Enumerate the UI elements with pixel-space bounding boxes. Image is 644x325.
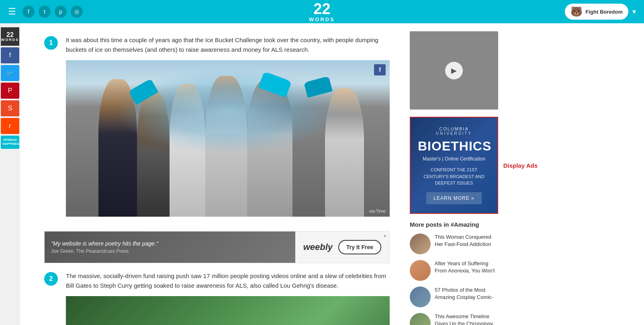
ice-bucket-image: f via Time [66, 60, 390, 217]
site-logo[interactable]: 22 WORDS [309, 1, 335, 22]
ad-banner-left: "My website is where poetry hits the pag… [45, 232, 295, 263]
bottom-image [66, 296, 390, 325]
nav-social-icons: f t p ◎ [22, 6, 83, 18]
ad-label: ▲ [383, 233, 387, 238]
post-thumb-1 [410, 234, 431, 254]
ad-inner: COLUMBIA UNIVERSITY BIOETHICS Master's |… [411, 118, 497, 213]
fb-share-icon: f [379, 67, 381, 73]
post-title-1: This Woman Conquered Her Fast-Food Addic… [435, 234, 498, 248]
ad-quote: "My website is where poetry hits the pag… [51, 240, 289, 247]
ad-author: Joe Green, The Peasandcues Press [51, 248, 289, 254]
hamburger-icon[interactable]: ☰ [8, 6, 16, 17]
sidebar-reddit-button[interactable]: r [1, 118, 19, 134]
post-item-3[interactable]: 57 Photos of the Most Amazing Cosplay Co… [410, 286, 498, 307]
columbia-text: COLUMBIA [418, 126, 490, 131]
sidebar-twitter-button[interactable]: 🐦 [1, 65, 19, 81]
ad-banner-right: weebly Try It Free [295, 232, 389, 263]
item-text-1: It was about this time a couple of years… [66, 35, 390, 55]
confront-text: CONFRONT THE 21ST CENTURY'S BROADEST AND… [418, 167, 490, 187]
more-posts-title: More posts in #Amazing [410, 221, 498, 228]
ad-banner: ▲ "My website is where poetry hits the p… [44, 231, 390, 263]
item-content-1: It was about this time a couple of years… [66, 35, 390, 223]
post-item-4[interactable]: This Awesome Timeline Gives Up the Chron… [410, 313, 498, 325]
left-sidebar: 22 WORDS f 🐦 P S r SPREAD HAPPINESS [0, 23, 20, 149]
nav-right: 🐻 Fight Boredom ▾ [565, 4, 636, 20]
play-button[interactable]: ▶ [445, 62, 463, 79]
right-sidebar-wrapper: ▶ COLUMBIA UNIVERSITY BIOETHICS Master's… [406, 23, 506, 325]
bear-icon: 🐻 [570, 6, 583, 17]
sidebar-spread-button[interactable]: SPREAD HAPPINESS [1, 136, 19, 149]
nav-left: ☰ f t p ◎ [8, 6, 83, 18]
facebook-nav-icon[interactable]: f [22, 6, 35, 18]
page-layout: 1 It was about this time a couple of yea… [20, 23, 644, 325]
logo-words: WORDS [309, 16, 335, 22]
chevron-down-icon[interactable]: ▾ [632, 7, 636, 16]
post-thumb-4 [410, 313, 431, 325]
article-item-1: 1 It was about this time a couple of yea… [44, 35, 390, 223]
ice-bucket-scene [66, 60, 390, 217]
university-text: UNIVERSITY [418, 131, 490, 136]
spread-label: SPREAD HAPPINESS [2, 138, 21, 146]
play-icon: ▶ [451, 66, 457, 75]
pinterest-nav-icon[interactable]: p [55, 6, 67, 18]
via-credit: via Time [369, 209, 386, 213]
top-navigation: ☰ f t p ◎ 22 WORDS 🐻 Fight Boredom ▾ [0, 0, 644, 23]
post-thumb-2 [410, 260, 431, 281]
article-item-2: 2 The massive, socially-driven fund rais… [44, 271, 390, 325]
masters-text: Master's | Online Certification [418, 156, 490, 162]
post-thumb-3 [410, 286, 431, 307]
item-content-2: The massive, socially-driven fund raisin… [66, 271, 390, 325]
video-block[interactable]: ▶ [410, 31, 498, 110]
sidebar-logo-words: WORDS [1, 38, 19, 42]
learn-more-button[interactable]: LEARN MORE » [426, 192, 481, 204]
sidebar-pinterest-button[interactable]: P [1, 83, 19, 99]
display-ads-label: Display Ads [503, 162, 538, 169]
sidebar-stumbleupon-button[interactable]: S [1, 100, 19, 116]
more-posts-section: More posts in #Amazing This Woman Conque… [410, 221, 498, 325]
twitter-nav-icon[interactable]: t [39, 6, 51, 18]
item-number-2: 2 [44, 272, 58, 286]
try-it-free-button[interactable]: Try It Free [338, 240, 381, 254]
instagram-nav-icon[interactable]: ◎ [71, 6, 83, 18]
bioethics-title: BIOETHICS [418, 139, 490, 154]
main-content: 1 It was about this time a couple of yea… [20, 23, 406, 325]
post-title-3: 57 Photos of the Most Amazing Cosplay Co… [435, 286, 498, 301]
item-number-1: 1 [44, 36, 58, 50]
weebly-logo: weebly [303, 242, 333, 252]
sidebar-facebook-button[interactable]: f [1, 47, 19, 63]
post-title-4: This Awesome Timeline Gives Up the Chron… [435, 313, 498, 325]
post-item-1[interactable]: This Woman Conquered Her Fast-Food Addic… [410, 234, 498, 254]
ad-block: COLUMBIA UNIVERSITY BIOETHICS Master's |… [410, 117, 498, 214]
item-text-2: The massive, socially-driven fund raisin… [66, 271, 390, 290]
right-sidebar: ▶ COLUMBIA UNIVERSITY BIOETHICS Master's… [406, 23, 506, 325]
sidebar-logo-num: 22 [6, 32, 14, 38]
fb-share-button[interactable]: f [374, 64, 386, 75]
fight-boredom-label: Fight Boredom [586, 9, 623, 15]
logo-number: 22 [313, 1, 330, 16]
main-image-container: f via Time [66, 60, 390, 217]
sidebar-logo[interactable]: 22 WORDS [1, 27, 19, 46]
fight-boredom-button[interactable]: 🐻 Fight Boredom [565, 4, 628, 20]
post-item-2[interactable]: After Years of Suffering From Anorexia, … [410, 260, 498, 281]
post-title-2: After Years of Suffering From Anorexia, … [435, 260, 498, 274]
